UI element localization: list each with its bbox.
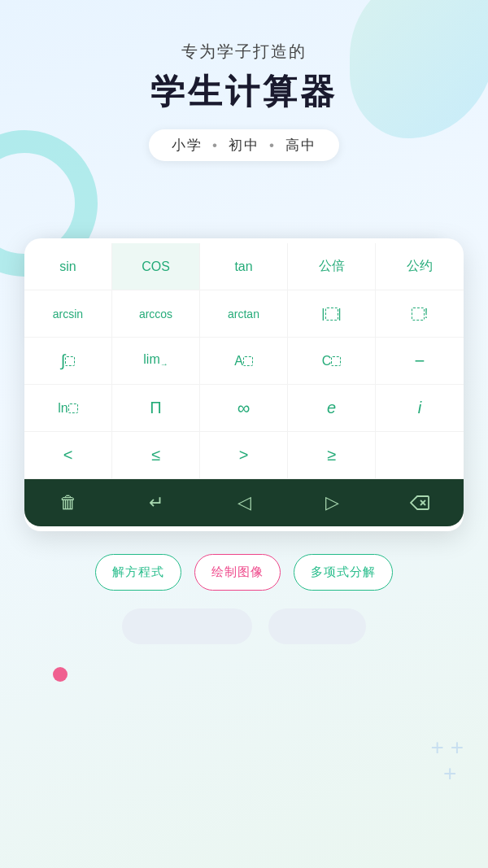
header: 专为学子打造的 学生计算器 小学 • 初中 • 高中 <box>0 0 488 161</box>
func-grid: sin COS tan 公倍 公约 arcsin arccos arctan |… <box>24 243 464 479</box>
bg-plus-icon: + + + <box>431 735 464 787</box>
func-arccos[interactable]: arccos <box>112 290 200 338</box>
toolbar: 🗑 ↵ ◁ ▷ <box>24 479 464 526</box>
bottom-placeholders <box>0 608 488 644</box>
btn-solve-equation[interactable]: 解方程式 <box>95 554 181 591</box>
toolbar-backspace[interactable] <box>376 479 464 526</box>
func-gt[interactable]: > <box>200 432 288 479</box>
calculator-area: X log□ □ ⁿ√ □ □ y 7 8 9 ÷ <box>24 238 464 531</box>
func-tan[interactable]: tan <box>200 243 288 290</box>
func-imaginary[interactable]: i <box>376 385 464 432</box>
func-sin[interactable]: sin <box>24 243 112 290</box>
toolbar-enter[interactable]: ↵ <box>112 479 200 526</box>
level-middle: 初中 <box>229 136 259 155</box>
func-limit[interactable]: lim→ <box>112 338 200 385</box>
func-euler[interactable]: e <box>288 385 376 432</box>
func-perm[interactable]: A <box>200 338 288 385</box>
placeholder-bar-1 <box>122 608 252 644</box>
func-comb[interactable]: C <box>288 338 376 385</box>
action-row: 解方程式 绘制图像 多项式分解 <box>0 554 488 591</box>
func-gte[interactable]: ≥ <box>288 432 376 479</box>
func-gcd[interactable]: 公约 <box>376 243 464 290</box>
func-factorial[interactable]: ! <box>376 290 464 338</box>
toolbar-trash[interactable]: 🗑 <box>24 479 112 526</box>
func-arctan[interactable]: arctan <box>200 290 288 338</box>
toolbar-right[interactable]: ▷ <box>288 479 376 526</box>
func-abs[interactable]: || <box>288 290 376 338</box>
level-high: 高中 <box>285 136 316 155</box>
btn-draw-graph[interactable]: 绘制图像 <box>194 554 281 591</box>
func-ln[interactable]: ln <box>24 385 112 432</box>
func-minus[interactable]: − <box>376 338 464 385</box>
level-badge: 小学 • 初中 • 高中 <box>149 129 339 161</box>
func-infinity[interactable]: ∞ <box>200 385 288 432</box>
toolbar-left[interactable]: ◁ <box>200 479 288 526</box>
front-calculator-card: sin COS tan 公倍 公约 arcsin arccos arctan |… <box>24 238 464 531</box>
func-pi-cap[interactable]: Π <box>112 385 200 432</box>
func-integral[interactable]: ∫ <box>24 338 112 385</box>
header-title: 学生计算器 <box>0 69 488 115</box>
func-empty <box>376 432 464 479</box>
placeholder-bar-2 <box>268 608 366 644</box>
func-cos[interactable]: COS <box>112 243 200 290</box>
header-subtitle: 专为学子打造的 <box>0 41 488 63</box>
func-arcsin[interactable]: arcsin <box>24 290 112 338</box>
func-lte[interactable]: ≤ <box>112 432 200 479</box>
level-dot-1: • <box>212 137 219 154</box>
bg-dot-pink <box>53 667 68 682</box>
func-lcm[interactable]: 公倍 <box>288 243 376 290</box>
level-primary: 小学 <box>172 136 203 155</box>
level-dot-2: • <box>269 137 276 154</box>
btn-factor-poly[interactable]: 多项式分解 <box>294 554 393 591</box>
func-lt[interactable]: < <box>24 432 112 479</box>
